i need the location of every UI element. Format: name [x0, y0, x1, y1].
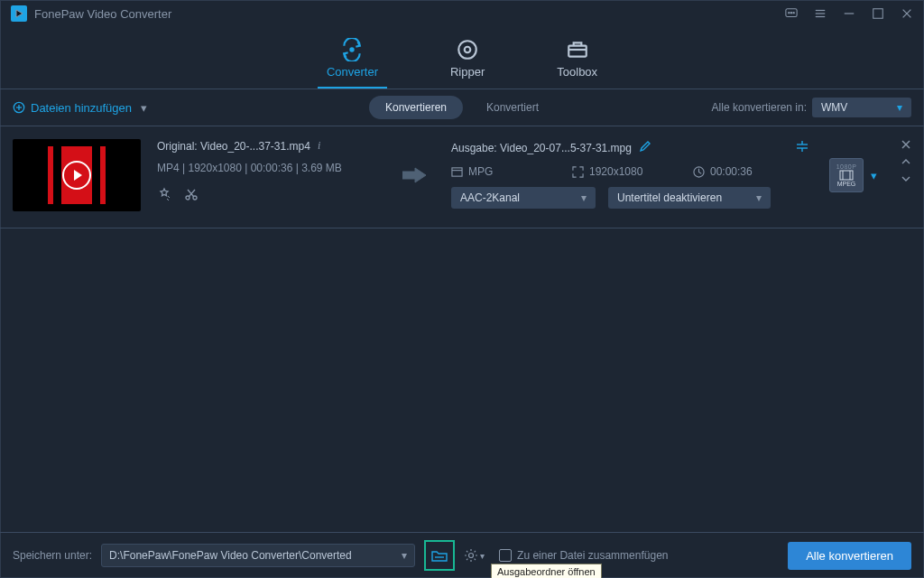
preset-format: MPEG [837, 181, 856, 187]
chevron-down-icon: ▾ [897, 101, 902, 114]
feedback-icon[interactable] [785, 7, 798, 20]
original-label: Original: Video_20-...37-31.mp4 [157, 140, 310, 153]
merge-split-icon[interactable] [795, 139, 809, 156]
arrow-icon [399, 139, 435, 211]
svg-point-20 [186, 196, 189, 200]
convert-all-button[interactable]: Alle konvertieren [788, 542, 911, 570]
action-bar: Dateien hinzufügen ▾ Konvertieren Konver… [0, 89, 924, 126]
out-format: MPG [451, 165, 550, 178]
preset-resolution: 1080P [836, 163, 857, 170]
tab-label: Converter [327, 65, 378, 79]
remove-item-icon[interactable] [901, 139, 911, 153]
rename-icon[interactable] [639, 140, 651, 155]
chevron-down-icon[interactable]: ▾ [141, 101, 147, 115]
out-duration: 00:00:36 [693, 165, 792, 178]
out-resolution: 1920x1080 [572, 165, 671, 178]
svg-point-21 [193, 196, 197, 200]
settings-button[interactable]: ▾ [464, 548, 485, 563]
path-value: D:\FonePaw\FonePaw Video Converter\Conve… [109, 549, 352, 562]
titlebar: FonePaw Video Converter [0, 0, 924, 27]
tab-label: Toolbox [557, 65, 597, 79]
svg-rect-32 [840, 171, 853, 180]
output-path-input[interactable]: D:\FonePaw\FonePaw Video Converter\Conve… [101, 544, 415, 567]
checkbox-icon [499, 549, 512, 562]
video-thumbnail[interactable] [13, 139, 141, 211]
svg-point-4 [793, 12, 794, 13]
chevron-down-icon: ▾ [480, 551, 485, 561]
tooltip: Ausgabeordner öffnen [491, 564, 602, 578]
minimize-icon[interactable] [843, 7, 855, 20]
add-files-button[interactable]: Dateien hinzufügen ▾ [13, 101, 147, 115]
chevron-down-icon[interactable]: ▾ [402, 549, 407, 562]
chevron-down-icon: ▾ [756, 191, 762, 204]
chevron-down-icon: ▾ [581, 191, 587, 204]
svg-point-12 [350, 47, 355, 51]
svg-rect-29 [452, 167, 462, 175]
svg-marker-24 [402, 168, 426, 182]
tab-toolbox[interactable]: Toolbox [548, 27, 606, 89]
move-up-icon[interactable] [901, 156, 911, 170]
cut-icon[interactable] [184, 187, 199, 201]
convert-all-in-label: Alle konvertieren in: [712, 101, 807, 114]
app-title: FonePaw Video Converter [34, 7, 171, 21]
tab-label: Ripper [450, 65, 485, 79]
svg-point-13 [458, 41, 476, 59]
open-output-folder-button[interactable] [424, 540, 455, 571]
svg-rect-15 [568, 45, 587, 56]
tab-ripper[interactable]: Ripper [441, 27, 494, 89]
file-item: Original: Video_20-...37-31.mp4 i MP4 | … [0, 126, 924, 228]
seg-convert[interactable]: Konvertieren [369, 96, 463, 119]
output-format-select[interactable]: WMV ▾ [812, 98, 911, 117]
effects-icon[interactable] [157, 187, 171, 201]
merge-checkbox[interactable]: Zu einer Datei zusammenfügen [499, 549, 668, 562]
svg-point-2 [789, 12, 790, 13]
save-under-label: Speichern unter: [13, 549, 92, 562]
format-value: WMV [821, 101, 847, 114]
merge-label: Zu einer Datei zusammenfügen [517, 549, 668, 562]
add-files-label: Dateien hinzufügen [31, 101, 132, 115]
file-list: Original: Video_20-...37-31.mp4 i MP4 | … [0, 126, 924, 532]
svg-point-14 [465, 46, 471, 52]
output-preset[interactable]: 1080P MPEG ▾ [826, 139, 877, 211]
info-icon[interactable]: i [318, 139, 320, 153]
footer: Speichern unter: D:\FonePaw\FonePaw Vide… [0, 532, 924, 578]
move-down-icon[interactable] [901, 173, 911, 187]
svg-rect-9 [873, 9, 883, 19]
play-icon [62, 161, 91, 190]
svg-point-38 [469, 554, 474, 558]
menu-icon[interactable] [814, 7, 827, 20]
tab-converter[interactable]: Converter [318, 27, 387, 89]
source-specs: MP4 | 1920x1080 | 00:00:36 | 3.69 MB [157, 162, 383, 174]
svg-marker-0 [16, 10, 23, 17]
chevron-down-icon[interactable]: ▾ [871, 169, 877, 182]
seg-converted[interactable]: Konvertiert [470, 96, 555, 119]
maximize-icon[interactable] [872, 7, 884, 20]
main-tabs: Converter Ripper Toolbox [0, 27, 924, 89]
segmented-control: Konvertieren Konvertiert [369, 96, 555, 119]
output-label: Ausgabe: Video_20-07...5-37-31.mpg [451, 142, 632, 154]
svg-point-3 [790, 12, 791, 13]
close-icon[interactable] [901, 7, 913, 20]
audio-track-select[interactable]: AAC-2Kanal▾ [451, 187, 596, 209]
app-logo-icon [11, 5, 27, 22]
subtitle-select[interactable]: Untertitel deaktivieren▾ [608, 187, 771, 209]
